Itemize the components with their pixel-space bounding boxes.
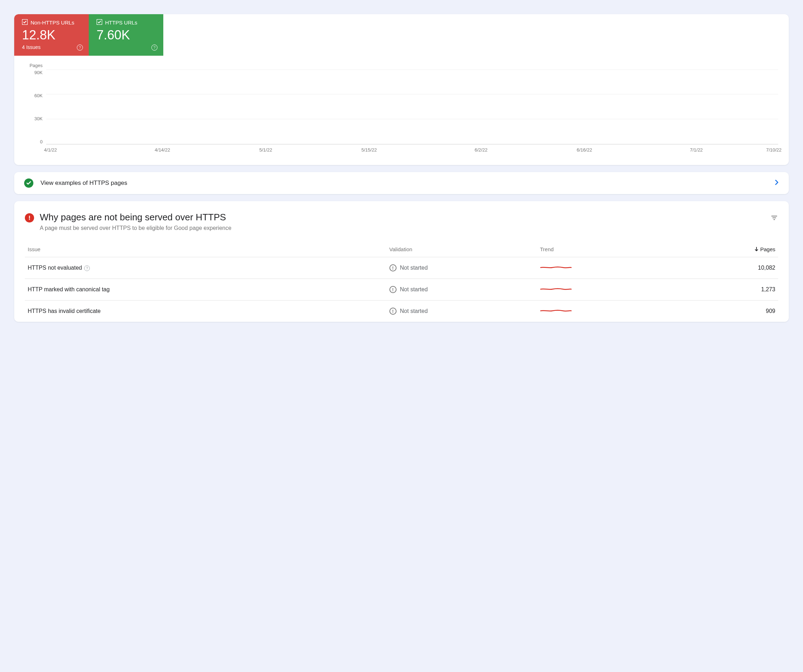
pages-count: 909 bbox=[657, 300, 778, 322]
filter-icon[interactable] bbox=[770, 214, 778, 223]
help-icon[interactable]: ? bbox=[84, 265, 90, 271]
help-icon[interactable]: ? bbox=[151, 44, 158, 51]
stat-value: 12.8K bbox=[22, 28, 82, 42]
stats-row: Non-HTTPS URLs 12.8K 4 Issues ? HTTPS UR… bbox=[14, 14, 789, 56]
stat-issues: 4 Issues bbox=[22, 44, 82, 51]
validation-cell: !Not started bbox=[387, 279, 537, 300]
x-tick: 4/14/22 bbox=[155, 147, 170, 153]
chart-y-axis: Pages 90K60K30K0 bbox=[25, 70, 46, 144]
issue-name: HTTP marked with canonical tag bbox=[25, 279, 387, 300]
issue-name: HTTPS not evaluated? bbox=[25, 257, 387, 279]
https-summary-card: Non-HTTPS URLs 12.8K 4 Issues ? HTTPS UR… bbox=[14, 14, 789, 165]
y-tick: 90K bbox=[34, 70, 42, 75]
y-tick: 60K bbox=[34, 93, 42, 98]
validation-status: Not started bbox=[400, 308, 428, 314]
validation-status: Not started bbox=[400, 286, 428, 293]
trend-cell bbox=[537, 300, 658, 322]
x-tick: 5/1/22 bbox=[260, 147, 272, 153]
trend-sparkline bbox=[540, 264, 572, 271]
stat-value: 7.60K bbox=[97, 28, 156, 42]
pages-count: 10,082 bbox=[657, 257, 778, 279]
stat-https[interactable]: HTTPS URLs 7.60K ? bbox=[89, 14, 163, 56]
pages-count: 1,273 bbox=[657, 279, 778, 300]
validation-cell: !Not started bbox=[387, 300, 537, 322]
help-icon[interactable]: ? bbox=[77, 44, 83, 51]
trend-sparkline bbox=[540, 307, 572, 314]
checkbox-checked-icon bbox=[97, 19, 102, 26]
col-validation: Validation bbox=[387, 242, 537, 257]
issue-row[interactable]: HTTP marked with canonical tag!Not start… bbox=[25, 279, 778, 300]
x-tick: 6/2/22 bbox=[475, 147, 488, 153]
issues-table: Issue Validation Trend Pages HTTPS not e… bbox=[25, 242, 778, 322]
info-circle-icon: ! bbox=[389, 265, 397, 271]
col-trend: Trend bbox=[537, 242, 658, 257]
issues-subtitle: A page must be served over HTTPS to be e… bbox=[40, 225, 765, 231]
info-circle-icon: ! bbox=[389, 308, 397, 315]
svg-text:?: ? bbox=[79, 45, 81, 50]
issues-card: Why pages are not being served over HTTP… bbox=[14, 201, 789, 322]
y-tick: 30K bbox=[34, 116, 42, 121]
col-issue: Issue bbox=[25, 242, 387, 257]
trend-sparkline bbox=[540, 285, 572, 292]
col-pages[interactable]: Pages bbox=[657, 242, 778, 257]
issue-name: HTTPS has invalid certificate bbox=[25, 300, 387, 322]
arrow-down-icon bbox=[754, 247, 759, 252]
chart-container: Pages 90K60K30K0 4/1/224/14/225/1/225/15… bbox=[14, 56, 789, 165]
chart-plot[interactable] bbox=[46, 70, 778, 144]
stat-label: Non-HTTPS URLs bbox=[31, 19, 74, 26]
x-tick: 4/1/22 bbox=[44, 147, 57, 153]
y-axis-title: Pages bbox=[29, 63, 42, 68]
validation-status: Not started bbox=[400, 265, 428, 271]
x-tick: 7/1/22 bbox=[690, 147, 702, 153]
chevron-right-icon bbox=[775, 179, 779, 187]
svg-point-7 bbox=[29, 219, 30, 220]
x-tick: 6/16/22 bbox=[577, 147, 592, 153]
info-circle-icon: ! bbox=[389, 286, 397, 293]
y-tick: 0 bbox=[40, 139, 42, 144]
validation-cell: !Not started bbox=[387, 257, 537, 279]
x-tick: 5/15/22 bbox=[361, 147, 377, 153]
stat-non-https[interactable]: Non-HTTPS URLs 12.8K 4 Issues ? bbox=[14, 14, 89, 56]
issue-row[interactable]: HTTPS not evaluated?!Not started10,082 bbox=[25, 257, 778, 279]
trend-cell bbox=[537, 279, 658, 300]
issue-row[interactable]: HTTPS has invalid certificate!Not starte… bbox=[25, 300, 778, 322]
check-circle-icon bbox=[24, 179, 33, 188]
trend-cell bbox=[537, 257, 658, 279]
stat-issues bbox=[97, 44, 156, 51]
stat-label: HTTPS URLs bbox=[105, 19, 137, 26]
alert-circle-icon bbox=[25, 213, 34, 222]
chart-x-axis: 4/1/224/14/225/1/225/15/226/2/226/16/227… bbox=[46, 147, 778, 154]
x-tick: 7/10/22 bbox=[766, 147, 781, 153]
svg-text:?: ? bbox=[153, 45, 156, 50]
issues-title: Why pages are not being served over HTTP… bbox=[40, 212, 765, 223]
checkbox-checked-icon bbox=[22, 19, 28, 26]
examples-text: View examples of HTTPS pages bbox=[41, 180, 767, 187]
view-examples-row[interactable]: View examples of HTTPS pages bbox=[14, 172, 789, 194]
